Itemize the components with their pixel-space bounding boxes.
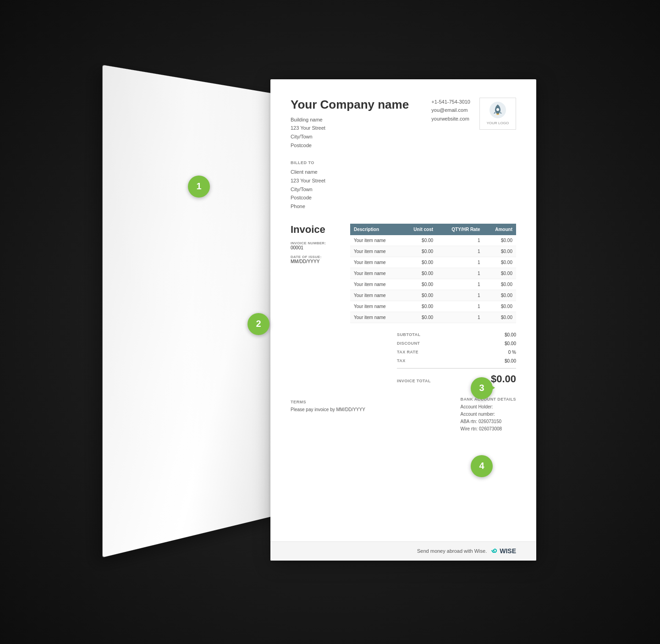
billed-to-section: BILLED TO Client name 123 Your Street Ci… xyxy=(291,160,516,210)
discount-row: DIsCoUnT $0.00 xyxy=(397,339,516,348)
item-description: Your item name xyxy=(350,257,402,268)
item-amount: $0.00 xyxy=(484,312,516,323)
items-table: Description Unit cost QTY/HR Rate Amount… xyxy=(350,224,516,323)
item-qty: 1 xyxy=(437,279,484,290)
item-amount: $0.00 xyxy=(484,246,516,257)
table-row: Your item name $0.00 1 $0.00 xyxy=(350,301,516,312)
item-qty: 1 xyxy=(437,290,484,301)
item-amount: $0.00 xyxy=(484,268,516,279)
tax-row: TAX $0.00 xyxy=(397,357,516,365)
totals-divider xyxy=(397,368,516,369)
table-row: Your item name $0.00 1 $0.00 xyxy=(350,235,516,246)
col-qty: QTY/HR Rate xyxy=(437,224,484,235)
table-header-row: Description Unit cost QTY/HR Rate Amount xyxy=(350,224,516,235)
svg-point-1 xyxy=(496,108,499,111)
table-row: Your item name $0.00 1 $0.00 xyxy=(350,268,516,279)
badge-3-arrow xyxy=(487,382,495,393)
item-description: Your item name xyxy=(350,301,402,312)
client-info: Client name 123 Your Street City/Town Po… xyxy=(291,168,516,210)
bank-section: BANK ACCOUNT DETAILS Account Holder: Acc… xyxy=(461,397,517,433)
scene-container: 1 2 3 4 Your Company name Building name … xyxy=(124,70,536,574)
terms-section: TERMS Please pay invoice by MM/DD/YYYY xyxy=(291,400,365,433)
item-description: Your item name xyxy=(350,312,402,323)
table-row: Your item name $0.00 1 $0.00 xyxy=(350,257,516,268)
invoice-header: Your Company name Building name 123 Your… xyxy=(291,98,516,150)
item-amount: $0.00 xyxy=(484,235,516,246)
footer-text: Send money abroad with Wise. xyxy=(417,548,487,554)
invoice-total-row: INVOICE TOTAL $0.00 xyxy=(397,371,516,387)
item-amount: $0.00 xyxy=(484,257,516,268)
bank-details: Account Holder: Account number: ABA rtn:… xyxy=(461,403,517,433)
company-name: Your Company name xyxy=(291,98,409,112)
invoice-title: Invoice xyxy=(291,224,341,236)
rocket-icon xyxy=(490,102,506,118)
item-unit-cost: $0.00 xyxy=(402,246,437,257)
item-amount: $0.00 xyxy=(484,290,516,301)
item-unit-cost: $0.00 xyxy=(402,235,437,246)
footer-bar: Send money abroad with Wise. ꩜ WISE xyxy=(270,541,536,561)
invoice-date: DATE OF ISSUE: MM/DD/YYYY xyxy=(291,255,341,264)
item-amount: $0.00 xyxy=(484,279,516,290)
item-qty: 1 xyxy=(437,312,484,323)
item-qty: 1 xyxy=(437,246,484,257)
item-amount: $0.00 xyxy=(484,301,516,312)
item-qty: 1 xyxy=(437,257,484,268)
item-unit-cost: $0.00 xyxy=(402,290,437,301)
item-description: Your item name xyxy=(350,246,402,257)
invoice-number: INVOICE NUMBER: 00001 xyxy=(291,241,341,250)
tax-rate-row: TAX RATE 0 % xyxy=(397,348,516,357)
wise-logo: ꩜ WISE xyxy=(490,546,516,556)
item-description: Your item name xyxy=(350,235,402,246)
item-unit-cost: $0.00 xyxy=(402,279,437,290)
badge-4: 4 xyxy=(471,455,493,477)
item-unit-cost: $0.00 xyxy=(402,268,437,279)
company-info: Your Company name Building name 123 Your… xyxy=(291,98,409,150)
item-qty: 1 xyxy=(437,301,484,312)
item-description: Your item name xyxy=(350,268,402,279)
item-qty: 1 xyxy=(437,268,484,279)
table-row: Your item name $0.00 1 $0.00 xyxy=(350,312,516,323)
svg-point-2 xyxy=(496,114,499,115)
col-description: Description xyxy=(350,224,402,235)
item-unit-cost: $0.00 xyxy=(402,301,437,312)
badge-1: 1 xyxy=(188,176,210,198)
invoice-main: Invoice INVOICE NUMBER: 00001 DATE OF IS… xyxy=(291,224,516,323)
item-qty: 1 xyxy=(437,235,484,246)
billed-to-label: BILLED TO xyxy=(291,160,516,165)
company-contact-logo: +1-541-754-3010 you@email.com yourwebsit… xyxy=(431,98,516,130)
table-row: Your item name $0.00 1 $0.00 xyxy=(350,290,516,301)
invoice-table: Description Unit cost QTY/HR Rate Amount… xyxy=(350,224,516,323)
col-amount: Amount xyxy=(484,224,516,235)
wise-symbol: ꩜ xyxy=(490,546,499,556)
invoice-paper: Your Company name Building name 123 Your… xyxy=(270,79,536,561)
subtotal-row: SUBTOTAL $0.00 xyxy=(397,330,516,339)
paper-fold xyxy=(103,65,298,557)
totals-table: SUBTOTAL $0.00 DIsCoUnT $0.00 TAX RATE 0… xyxy=(397,330,516,387)
company-address: Building name 123 Your Street City/Town … xyxy=(291,116,409,150)
item-unit-cost: $0.00 xyxy=(402,312,437,323)
item-description: Your item name xyxy=(350,290,402,301)
item-unit-cost: $0.00 xyxy=(402,257,437,268)
table-row: Your item name $0.00 1 $0.00 xyxy=(350,279,516,290)
company-contact: +1-541-754-3010 you@email.com yourwebsit… xyxy=(431,98,470,130)
invoice-left: Invoice INVOICE NUMBER: 00001 DATE OF IS… xyxy=(291,224,341,323)
badge-2: 2 xyxy=(248,313,270,335)
logo-box: YOUR LOGO xyxy=(479,98,516,130)
table-row: Your item name $0.00 1 $0.00 xyxy=(350,246,516,257)
col-unit-cost: Unit cost xyxy=(402,224,437,235)
item-description: Your item name xyxy=(350,279,402,290)
